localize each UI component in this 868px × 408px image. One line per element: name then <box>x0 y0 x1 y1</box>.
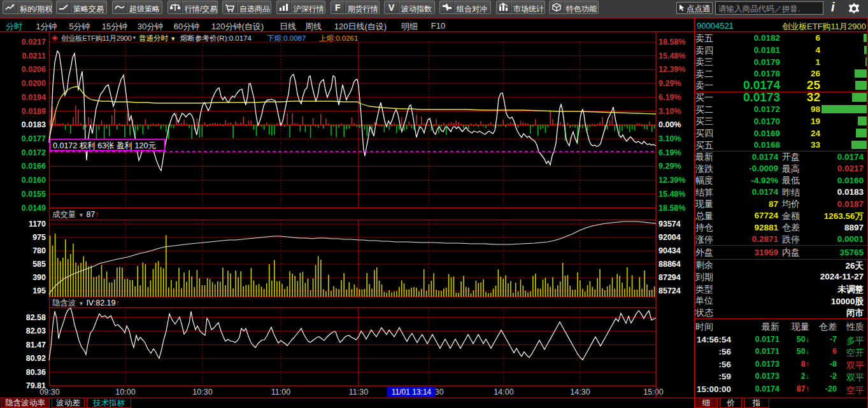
svg-text:0.0172 权利 63张 盈利 120元: 0.0172 权利 63张 盈利 120元 <box>53 141 156 150</box>
